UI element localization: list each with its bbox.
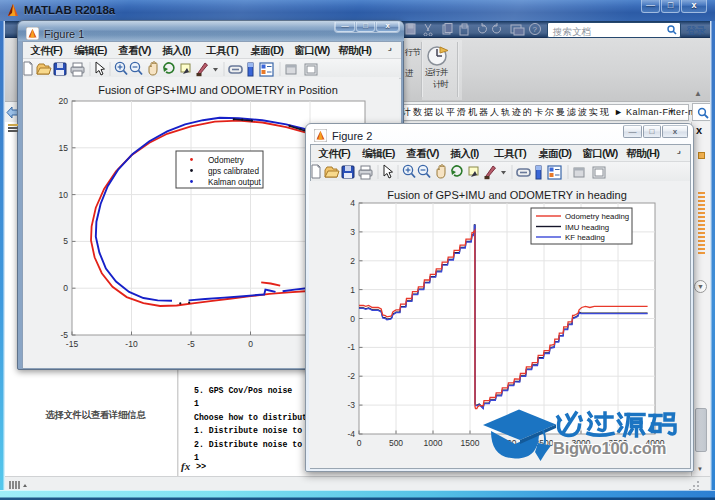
svg-text:Kalman output: Kalman output	[208, 178, 262, 187]
svg-text:-1: -1	[347, 342, 355, 352]
svg-text:1: 1	[350, 285, 355, 295]
svg-text:5: 5	[63, 236, 68, 246]
svg-text:Odometry heading: Odometry heading	[565, 212, 629, 221]
svg-text:-4: -4	[347, 429, 355, 439]
svg-text:-5: -5	[60, 330, 68, 340]
svg-text:gps calibrated: gps calibrated	[208, 167, 259, 176]
svg-text:15: 15	[59, 143, 69, 153]
svg-text:0: 0	[248, 339, 253, 349]
svg-text:2: 2	[350, 256, 355, 266]
svg-text:10: 10	[59, 190, 69, 200]
svg-text:-5: -5	[187, 339, 195, 349]
svg-text:-3: -3	[347, 400, 355, 410]
svg-text:Fusion of GPS+IMU and ODOMETRY: Fusion of GPS+IMU and ODOMETRY in headin…	[387, 189, 627, 201]
svg-text:-10: -10	[125, 339, 138, 349]
svg-text:?: ?	[533, 25, 538, 34]
svg-text:1500: 1500	[461, 438, 480, 448]
svg-text:KF heading: KF heading	[565, 233, 605, 242]
svg-text:500: 500	[389, 438, 403, 448]
svg-text:0: 0	[350, 314, 355, 324]
svg-text:0: 0	[63, 283, 68, 293]
svg-text:-15: -15	[66, 339, 79, 349]
svg-text:1000: 1000	[424, 438, 443, 448]
svg-text:4: 4	[350, 198, 355, 208]
svg-text:3: 3	[350, 227, 355, 237]
svg-text:0: 0	[357, 438, 362, 448]
svg-text:-2: -2	[347, 371, 355, 381]
svg-text:IMU heading: IMU heading	[565, 223, 609, 232]
svg-text:20: 20	[59, 96, 69, 106]
svg-text:Odometry: Odometry	[208, 156, 245, 165]
svg-text:Fusion of GPS+IMU and ODOMETRY: Fusion of GPS+IMU and ODOMETRY in Positi…	[98, 84, 338, 96]
